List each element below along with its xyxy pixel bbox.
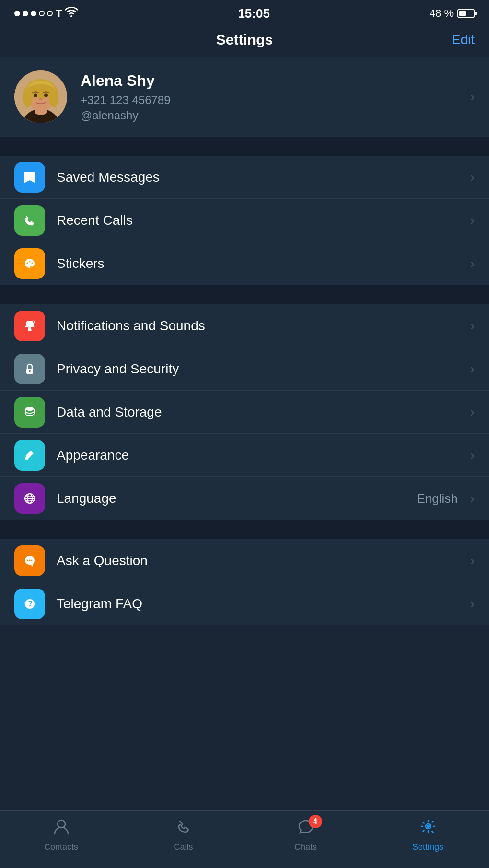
saved-messages-label: Saved Messages	[45, 170, 463, 185]
section-1: Saved Messages › Recent Calls › Stickers…	[0, 156, 489, 285]
avatar	[14, 70, 67, 123]
bottom-spacer	[0, 625, 489, 693]
svg-rect-18	[28, 329, 32, 331]
svg-point-9	[44, 94, 48, 97]
svg-text:?: ?	[28, 600, 33, 608]
battery-percent: 48 %	[430, 7, 454, 20]
calls-tab-label: Calls	[174, 842, 193, 852]
status-right: 48 %	[430, 7, 475, 20]
dot-1	[14, 11, 20, 16]
tab-chats[interactable]: 4 Chats	[244, 818, 367, 852]
ask-question-label: Ask a Question	[45, 553, 463, 568]
battery-icon	[457, 9, 475, 18]
telegram-faq-label: Telegram FAQ	[45, 596, 463, 612]
chats-tab-icon: 4	[296, 818, 315, 839]
menu-item-data-storage[interactable]: Data and Storage ›	[0, 391, 489, 434]
appearance-label: Appearance	[45, 448, 463, 463]
wifi-icon	[65, 7, 78, 20]
svg-rect-20	[34, 321, 35, 323]
svg-point-37	[58, 820, 65, 828]
page-title: Settings	[216, 32, 273, 48]
stickers-icon	[14, 248, 45, 279]
privacy-icon	[14, 354, 45, 384]
menu-item-notifications[interactable]: Notifications and Sounds ›	[0, 304, 489, 347]
stickers-chevron: ›	[470, 256, 475, 271]
dot-4	[39, 11, 45, 16]
signal-dots	[14, 11, 53, 16]
recent-calls-label: Recent Calls	[45, 213, 463, 228]
appearance-chevron: ›	[470, 448, 475, 463]
telegram-faq-chevron: ›	[470, 596, 475, 612]
menu-item-privacy[interactable]: Privacy and Security ›	[0, 347, 489, 391]
calls-tab-icon	[174, 818, 193, 839]
ask-question-chevron: ›	[470, 553, 475, 568]
svg-rect-23	[29, 371, 30, 372]
separator-1	[0, 137, 489, 156]
svg-point-12	[27, 263, 28, 264]
menu-item-recent-calls[interactable]: Recent Calls ›	[0, 199, 489, 242]
menu-item-language[interactable]: Language English ›	[0, 477, 489, 520]
nav-header: Settings Edit	[0, 25, 489, 57]
language-icon	[14, 483, 45, 514]
appearance-icon	[14, 440, 45, 471]
settings-tab-label: Settings	[412, 842, 443, 852]
data-storage-label: Data and Storage	[45, 405, 463, 420]
notifications-label: Notifications and Sounds	[45, 318, 463, 334]
menu-item-saved-messages[interactable]: Saved Messages ›	[0, 156, 489, 199]
profile-chevron: ›	[470, 89, 475, 104]
section-2: Notifications and Sounds › Privacy and S…	[0, 304, 489, 520]
svg-point-39	[427, 825, 430, 828]
profile-phone: +321 123 456789	[81, 93, 463, 107]
tab-contacts[interactable]: Contacts	[0, 818, 122, 852]
menu-item-appearance[interactable]: Appearance ›	[0, 434, 489, 477]
svg-point-6	[23, 86, 33, 107]
menu-item-telegram-faq[interactable]: ? Telegram FAQ ›	[0, 582, 489, 625]
status-time: 15:05	[238, 6, 270, 21]
saved-messages-chevron: ›	[470, 170, 475, 185]
svg-point-24	[25, 407, 34, 411]
telegram-faq-icon: ?	[14, 589, 45, 619]
tab-calls[interactable]: Calls	[122, 818, 244, 852]
contacts-tab-icon	[52, 818, 71, 839]
saved-messages-icon	[14, 162, 45, 193]
status-bar: T 15:05 48 %	[0, 0, 489, 25]
ask-question-icon	[14, 545, 45, 576]
svg-point-14	[32, 263, 33, 264]
menu-item-ask-question[interactable]: Ask a Question ›	[0, 539, 489, 582]
notifications-icon	[14, 311, 45, 341]
privacy-label: Privacy and Security	[45, 361, 463, 377]
profile-row[interactable]: Alena Shy +321 123 456789 @alenashy ›	[0, 57, 489, 137]
svg-point-34	[31, 559, 33, 561]
profile-username: @alenashy	[81, 109, 463, 122]
status-left: T	[14, 7, 78, 20]
section-3: Ask a Question › ? Telegram FAQ ›	[0, 539, 489, 625]
menu-item-stickers[interactable]: Stickers ›	[0, 242, 489, 285]
recent-calls-icon	[14, 205, 45, 236]
contacts-tab-label: Contacts	[44, 842, 78, 852]
edit-button[interactable]: Edit	[436, 32, 475, 47]
svg-point-7	[49, 86, 58, 107]
language-label: Language	[45, 491, 417, 506]
carrier-label: T	[56, 7, 62, 20]
profile-name: Alena Shy	[81, 72, 463, 90]
dot-3	[31, 11, 36, 16]
profile-section: Alena Shy +321 123 456789 @alenashy ›	[0, 57, 489, 137]
svg-point-10	[39, 98, 42, 100]
svg-point-33	[29, 559, 31, 561]
tab-settings[interactable]: Settings	[367, 818, 489, 852]
settings-tab-icon	[419, 818, 438, 839]
tab-bar: Contacts Calls 4 Chats Settings	[0, 810, 489, 868]
notifications-chevron: ›	[470, 318, 475, 334]
avatar-image	[14, 70, 67, 123]
privacy-chevron: ›	[470, 361, 475, 377]
svg-point-32	[27, 559, 29, 561]
chats-badge: 4	[309, 815, 322, 828]
dot-5	[47, 11, 53, 16]
data-storage-icon	[14, 397, 45, 428]
language-chevron: ›	[470, 491, 475, 506]
language-value: English	[417, 491, 457, 506]
recent-calls-chevron: ›	[470, 213, 475, 228]
dot-2	[23, 11, 28, 16]
svg-point-13	[29, 261, 31, 263]
separator-3	[0, 520, 489, 539]
